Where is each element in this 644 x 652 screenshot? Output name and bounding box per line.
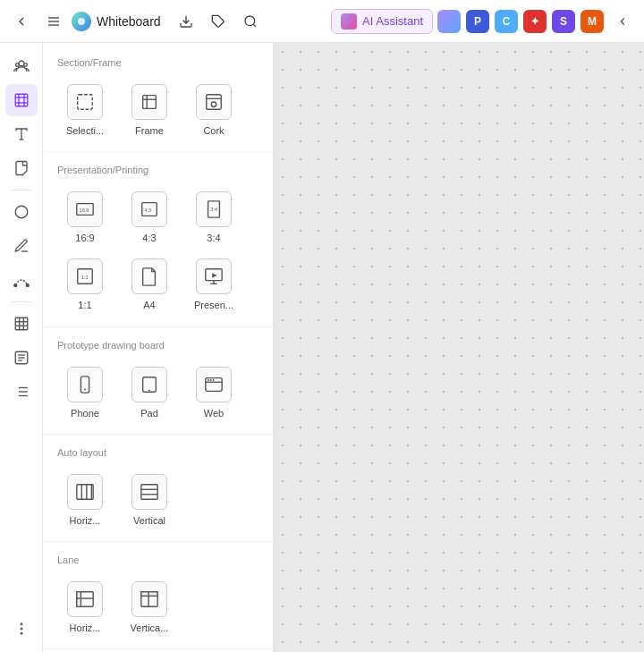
menu-button[interactable] — [39, 7, 68, 36]
web-icon — [196, 367, 232, 402]
plugin-gradient[interactable] — [437, 10, 461, 33]
svg-text:1:1: 1:1 — [81, 275, 89, 280]
svg-point-5 — [245, 16, 255, 26]
section-title-lane: Lane — [43, 547, 273, 571]
divider-3 — [43, 434, 273, 435]
a4-label: A4 — [143, 300, 155, 311]
cork-label: Cork — [203, 125, 224, 137]
horizontal-lane-icon — [67, 581, 103, 617]
item-16-9[interactable]: 16:9 16:9 — [54, 184, 116, 250]
plugin-m-button[interactable]: M — [580, 10, 604, 33]
ai-assistant-label: AI Assistant — [362, 14, 423, 28]
item-frame[interactable]: Frame — [118, 77, 181, 142]
horizontal-layout-icon — [67, 474, 103, 510]
tag-button[interactable] — [204, 7, 233, 36]
svg-rect-77 — [141, 592, 157, 597]
svg-point-36 — [21, 628, 22, 630]
plugin-s-button[interactable]: S — [552, 10, 575, 33]
selection-icon — [67, 84, 103, 120]
svg-text:4:3: 4:3 — [145, 207, 152, 213]
item-vertical-lane[interactable]: Vertica... — [118, 574, 181, 639]
divider-2 — [43, 326, 273, 327]
item-cork[interactable]: Cork — [182, 77, 245, 142]
canvas-area[interactable] — [274, 43, 644, 652]
svg-text:16:9: 16:9 — [80, 207, 89, 213]
ratio-4-3-icon: 4:3 — [131, 191, 167, 227]
svg-rect-20 — [15, 318, 28, 330]
tool-shape[interactable] — [5, 196, 38, 228]
divider-5 — [43, 648, 273, 649]
section-title-autolayout: Auto layout — [43, 440, 273, 463]
tool-frame[interactable] — [5, 84, 38, 116]
more-button[interactable] — [608, 7, 637, 36]
app-title: Whiteboard — [97, 14, 161, 29]
svg-point-63 — [208, 379, 209, 381]
ratio-16-9-label: 16:9 — [75, 233, 94, 244]
svg-rect-39 — [143, 96, 157, 109]
left-sidebar — [0, 43, 43, 652]
svg-rect-70 — [141, 485, 157, 500]
search-button[interactable] — [236, 7, 265, 36]
ai-assistant-button[interactable]: AI Assistant — [331, 9, 433, 34]
tool-more[interactable] — [5, 613, 38, 645]
item-web[interactable]: Web — [182, 360, 245, 425]
download-button[interactable] — [172, 7, 200, 36]
svg-point-65 — [213, 379, 215, 381]
present-label: Presen... — [194, 300, 233, 311]
tool-list[interactable] — [5, 376, 38, 408]
section-frame-grid: Selecti... Frame — [43, 73, 273, 146]
section-presentation-grid: 16:9 16:9 4:3 4:3 3:4 — [43, 181, 273, 320]
svg-point-19 — [26, 284, 29, 287]
svg-rect-38 — [78, 95, 93, 110]
item-pad[interactable]: Pad — [118, 360, 181, 425]
item-3-4[interactable]: 3:4 3:4 — [182, 184, 245, 250]
header: Whiteboard AI Assistant P C ✦ S M — [0, 0, 644, 43]
section-title-frame: Section/Frame — [43, 50, 273, 73]
item-selection[interactable]: Selecti... — [54, 77, 116, 142]
a4-icon — [131, 258, 167, 294]
plugin-p-button[interactable]: P — [466, 10, 489, 33]
plugin-r-button[interactable]: ✦ — [523, 10, 547, 33]
tool-connector[interactable] — [5, 264, 38, 296]
tool-sticky[interactable] — [5, 152, 38, 184]
item-horizontal-lane[interactable]: Horiz... — [54, 574, 116, 639]
selection-label: Selecti... — [66, 125, 104, 137]
tool-pen[interactable] — [5, 230, 38, 262]
divider-1 — [43, 151, 273, 152]
app-icon — [72, 12, 91, 31]
svg-point-3 — [78, 18, 85, 25]
ratio-1-1-icon: 1:1 — [67, 258, 103, 294]
divider-4 — [43, 541, 273, 542]
item-1-1[interactable]: 1:1 1:1 — [54, 251, 116, 317]
svg-point-8 — [15, 64, 19, 67]
plugin-c-button[interactable]: C — [495, 10, 518, 33]
vertical-lane-label: Vertica... — [131, 622, 169, 634]
horizontal-lane-label: Horiz... — [70, 622, 101, 634]
phone-label: Phone — [71, 408, 99, 419]
svg-point-37 — [21, 633, 22, 635]
main-area: Section/Frame Selecti... Frame — [0, 43, 644, 652]
item-a4[interactable]: A4 — [118, 251, 181, 317]
item-present[interactable]: Presen... — [182, 251, 245, 317]
section-title-presentation: Presentation/Printing — [43, 157, 273, 181]
ratio-16-9-icon: 16:9 — [67, 191, 103, 227]
item-phone[interactable]: Phone — [54, 360, 116, 425]
frame-label: Frame — [135, 125, 164, 137]
vertical-lane-icon — [131, 581, 167, 617]
ratio-1-1-label: 1:1 — [78, 300, 91, 311]
tool-community[interactable] — [5, 50, 38, 82]
section-prototype-grid: Phone Pad — [43, 356, 273, 428]
item-horizontal-layout[interactable]: Horiz... — [54, 467, 116, 532]
tool-text[interactable] — [5, 118, 38, 150]
item-vertical-layout[interactable]: Vertical — [118, 467, 181, 532]
back-button[interactable] — [7, 7, 36, 36]
svg-rect-10 — [15, 94, 28, 106]
svg-rect-74 — [77, 592, 81, 607]
frame-icon — [131, 84, 167, 120]
tool-textblock[interactable] — [5, 342, 38, 374]
item-4-3[interactable]: 4:3 4:3 — [118, 184, 181, 250]
svg-point-44 — [211, 102, 216, 107]
tool-table[interactable] — [5, 308, 38, 340]
dropdown-panel: Section/Frame Selecti... Frame — [43, 43, 274, 652]
svg-point-9 — [23, 64, 27, 67]
